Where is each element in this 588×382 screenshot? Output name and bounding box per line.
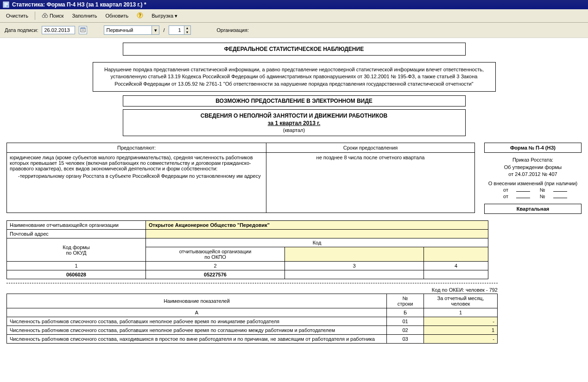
dt-head-name: Наименование показателей bbox=[7, 294, 387, 308]
org-name-label: Наименование отчитывающейся организации bbox=[7, 221, 146, 230]
code3-value[interactable] bbox=[285, 247, 424, 262]
svg-text:?: ? bbox=[139, 13, 141, 18]
report-title: СВЕДЕНИЯ О НЕПОЛНОЙ ЗАНЯТОСТИ И ДВИЖЕНИИ… bbox=[128, 113, 461, 119]
col-num-2: 2 bbox=[146, 262, 285, 270]
date-input[interactable] bbox=[42, 26, 75, 34]
dt-sub-b: Б bbox=[387, 308, 424, 317]
changes-label: О внесении изменений (при наличии) bbox=[484, 181, 582, 186]
export-label: Выгрузка bbox=[152, 13, 173, 19]
provides-table: Предоставляют: Сроки предоставления юрид… bbox=[6, 143, 475, 213]
warning-box: Нарушение порядка представления статисти… bbox=[93, 62, 496, 92]
window-titlebar: Статистика: Форма П-4 НЗ (за 1 квартал 2… bbox=[0, 0, 588, 9]
doctype-value: Первичный bbox=[104, 27, 135, 33]
dt-head-rowno: № строки bbox=[387, 294, 424, 308]
col-num-3: 3 bbox=[285, 262, 424, 270]
dt-sub-1: 1 bbox=[424, 308, 498, 317]
date-label: Дата подписи: bbox=[5, 27, 38, 33]
code-header: Код bbox=[146, 238, 488, 247]
code4-value[interactable] bbox=[424, 247, 488, 262]
col-num-1: 1 bbox=[7, 262, 146, 270]
indicator-val[interactable]: - bbox=[424, 335, 498, 344]
indicator-name: Численность работников списочного состав… bbox=[7, 326, 387, 335]
no-label: № bbox=[536, 194, 550, 199]
calendar-button[interactable] bbox=[79, 26, 87, 34]
slash-label: / bbox=[163, 27, 164, 33]
report-period: за 1 квартал 2013 г. bbox=[128, 120, 461, 126]
okud-value: 0606028 bbox=[7, 270, 146, 279]
post-address-value[interactable] bbox=[146, 230, 488, 238]
org-label: Организация: bbox=[217, 27, 249, 33]
code3-bottom bbox=[285, 270, 424, 279]
chevron-down-icon: ▾ bbox=[152, 26, 159, 34]
org-info-table: Наименование отчитывающейся организации … bbox=[6, 220, 488, 279]
federal-header: ФЕДЕРАЛЬНОЕ СТАТИСТИЧЕСКОЕ НАБЛЮДЕНИЕ bbox=[123, 43, 466, 56]
form-number: Форма № П-4 (НЗ) bbox=[484, 143, 582, 153]
binoculars-icon bbox=[42, 13, 48, 19]
number-stepper[interactable]: 1 ▲▼ bbox=[169, 25, 191, 35]
params-bar: Дата подписи: Первичный ▾ / 1 ▲▼ Организ… bbox=[0, 23, 588, 38]
provides-body: юридические лица (кроме субъектов малого… bbox=[7, 153, 266, 213]
chevron-down-icon: ▾ bbox=[175, 13, 177, 19]
search-button[interactable]: Поиск bbox=[38, 11, 67, 20]
clear-button[interactable]: Очистить bbox=[3, 12, 32, 20]
svg-rect-2 bbox=[4, 4, 8, 5]
okpo-header: отчитывающейся организации по ОКПО bbox=[146, 247, 285, 262]
refresh-button[interactable]: Обновить bbox=[102, 12, 132, 20]
from-label: от bbox=[499, 187, 512, 193]
electronic-note: ВОЗМОЖНО ПРЕДОСТАВЛЕНИЕ В ЭЛЕКТРОННОМ ВИ… bbox=[123, 95, 466, 106]
svg-point-5 bbox=[45, 15, 48, 18]
svg-rect-1 bbox=[4, 3, 8, 4]
fill-button[interactable]: Заполнить bbox=[69, 12, 100, 20]
provides-text: юридические лица (кроме субъектов малого… bbox=[10, 155, 263, 171]
okpo-value: 05227576 bbox=[146, 270, 285, 279]
window-title: Статистика: Форма П-4 НЗ (за 1 квартал 2… bbox=[12, 1, 146, 8]
code4-bottom bbox=[424, 270, 488, 279]
provides-header: Предоставляют: bbox=[7, 143, 266, 153]
report-title-box: СВЕДЕНИЯ О НЕПОЛНОЙ ЗАНЯТОСТИ И ДВИЖЕНИИ… bbox=[123, 109, 466, 136]
indicator-name: Численность работников списочного состав… bbox=[7, 317, 387, 326]
table-row: Численность работников списочного состав… bbox=[7, 326, 498, 335]
okud-header: Код формы по ОКУД bbox=[7, 238, 146, 262]
export-button[interactable]: Выгрузка ▾ bbox=[148, 12, 181, 20]
okei-note: Код по ОКЕИ: человек - 792 bbox=[6, 287, 498, 293]
dt-sub-a: А bbox=[7, 308, 387, 317]
periodicity: Квартальная bbox=[484, 204, 582, 214]
calendar-icon bbox=[80, 27, 86, 33]
table-row: Численность работников списочного состав… bbox=[7, 317, 498, 326]
app-icon bbox=[3, 1, 9, 8]
change-line-2: от № bbox=[484, 194, 582, 199]
table-row: Численность работников списочного состав… bbox=[7, 335, 498, 344]
indicator-val[interactable]: - bbox=[424, 317, 498, 326]
help-icon: ? bbox=[137, 12, 143, 19]
order-line3: от 24.07.2012 № 407 bbox=[484, 171, 582, 178]
page-content: ФЕДЕРАЛЬНОЕ СТАТИСТИЧЕСКОЕ НАБЛЮДЕНИЕ На… bbox=[0, 38, 588, 348]
indicator-val[interactable]: 1 bbox=[424, 326, 498, 335]
order-line1: Приказ Росстата: bbox=[484, 157, 582, 163]
org-name-value[interactable]: Открытое Акционерное Общество "Передовик… bbox=[146, 221, 488, 230]
change-line-1: от № bbox=[484, 187, 582, 193]
from-label: от bbox=[499, 194, 512, 199]
search-label: Поиск bbox=[50, 13, 63, 19]
order-line2: Об утверждении формы bbox=[484, 164, 582, 171]
svg-point-4 bbox=[42, 15, 45, 18]
svg-rect-9 bbox=[81, 28, 85, 29]
number-value: 1 bbox=[169, 27, 184, 33]
spin-up-icon[interactable]: ▲ bbox=[184, 26, 190, 30]
deadlines-body: не позднее 8 числа после отчетного кварт… bbox=[266, 153, 475, 213]
provides-subtext: -территориальному органу Росстата в субъ… bbox=[10, 173, 263, 179]
indicator-no: 02 bbox=[387, 326, 424, 335]
post-address-label: Почтовый адрес bbox=[7, 230, 146, 238]
help-button[interactable]: ? bbox=[133, 11, 146, 21]
indicator-name: Численность работников списочного состав… bbox=[7, 335, 387, 344]
indicator-no: 01 bbox=[387, 317, 424, 326]
doctype-combo[interactable]: Первичный ▾ bbox=[104, 25, 159, 35]
indicator-no: 03 bbox=[387, 335, 424, 344]
spin-down-icon[interactable]: ▼ bbox=[184, 30, 190, 34]
toolbar-sep bbox=[35, 12, 35, 20]
svg-rect-3 bbox=[4, 6, 6, 6]
dt-head-val: За отчетный месяц, человек bbox=[424, 294, 498, 308]
indicators-table: Наименование показателей № строки За отч… bbox=[6, 294, 498, 344]
no-label: № bbox=[536, 187, 550, 193]
toolbar: Очистить Поиск Заполнить Обновить ? Выгр… bbox=[0, 9, 588, 23]
right-info-column: Форма № П-4 (НЗ) Приказ Росстата: Об утв… bbox=[484, 143, 582, 214]
